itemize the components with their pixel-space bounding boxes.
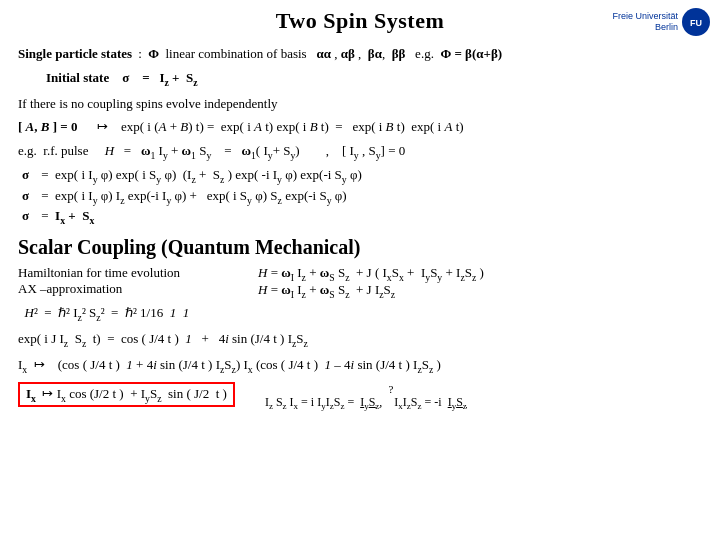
- hamiltonian-label: Hamiltonian for time evolution: [18, 265, 238, 281]
- h-squared-line: H² = ℏ² Iz² Sz² = ℏ² 1/16 1 1: [18, 303, 702, 325]
- phi-basis-text: Φ linear combination of basis αα , αβ , …: [148, 44, 502, 64]
- ax-eq: H = ωI Iz + ωS Sz + J IzSz: [258, 282, 702, 300]
- hamiltonian-row: Hamiltonian for time evolution AX –appro…: [18, 265, 702, 300]
- main-page: Freie Universität Berlin FU Two Spin Sys…: [0, 0, 720, 540]
- scalar-coupling-title: Scalar Coupling (Quantum Mechanical): [18, 236, 702, 259]
- no-coupling-note: If there is no coupling spins evolve ind…: [18, 94, 702, 114]
- scalar-coupling-section: Scalar Coupling (Quantum Mechanical) Ham…: [18, 236, 702, 411]
- colon: :: [135, 44, 145, 64]
- question-mark: ?: [388, 383, 393, 395]
- sigma2-line: σ = exp( i Iy φ) Iz exp(-i Iy φ) + exp( …: [22, 188, 702, 206]
- logo-circle: FU: [682, 8, 710, 36]
- exp-eq-line: exp( i J Iz Sz t) = cos ( J/4 t ) 1 + 4i…: [18, 329, 702, 351]
- pulse-line: e.g. r.f. pulse H = ω1 Iy + ω1 Sy = ω1( …: [18, 141, 702, 163]
- sigma3-line: σ = Ix + Sx: [22, 208, 702, 226]
- right-eq1: Iz Sz Ix = i IyIzSz = IySz, IxIzSz = -i …: [265, 395, 467, 411]
- svg-text:FU: FU: [690, 18, 702, 28]
- single-particle-section: Single particle states : Φ linear combin…: [18, 44, 702, 226]
- hamiltonian-labels: Hamiltonian for time evolution AX –appro…: [18, 265, 238, 300]
- logo-line2: Berlin: [655, 22, 678, 32]
- initial-state-line: Initial state σ = Iz + Sz: [46, 68, 702, 90]
- commutator-line: [ A, B ] = 0 ↦ exp( i (A + B) t) = exp( …: [18, 117, 702, 137]
- logo-text: Freie Universität Berlin: [612, 11, 678, 33]
- single-particle-label: Single particle states: [18, 44, 132, 64]
- bottom-row: Ix ↦ Ix cos (J/2 t ) + IySz sin ( J/2 t …: [18, 382, 702, 411]
- ax-label: AX –approximation: [18, 281, 238, 297]
- hamiltonian-eq: H = ωI Iz + ωS Sz + J ( IxSx + IySy + Iz…: [258, 265, 702, 283]
- single-particle-header: Single particle states : Φ linear combin…: [18, 44, 702, 64]
- boxed-equation: Ix ↦ Ix cos (J/2 t ) + IySz sin ( J/2 t …: [18, 382, 235, 408]
- ix-map-line: Ix ↦ (cos ( J/4 t ) 1 + 4i sin (J/4 t ) …: [18, 355, 702, 377]
- sigma1-line: σ = exp( i Iy φ) exp( i Sy φ) (Iz + Sz )…: [22, 167, 702, 185]
- right-equations: ? Iz Sz Ix = i IyIzSz = IySz, IxIzSz = -…: [265, 382, 467, 411]
- hamiltonian-equations: H = ωI Iz + ωS Sz + J ( IxSx + IySy + Iz…: [258, 265, 702, 300]
- university-logo: Freie Universität Berlin FU: [580, 4, 710, 40]
- logo-line1: Freie Universität: [612, 11, 678, 21]
